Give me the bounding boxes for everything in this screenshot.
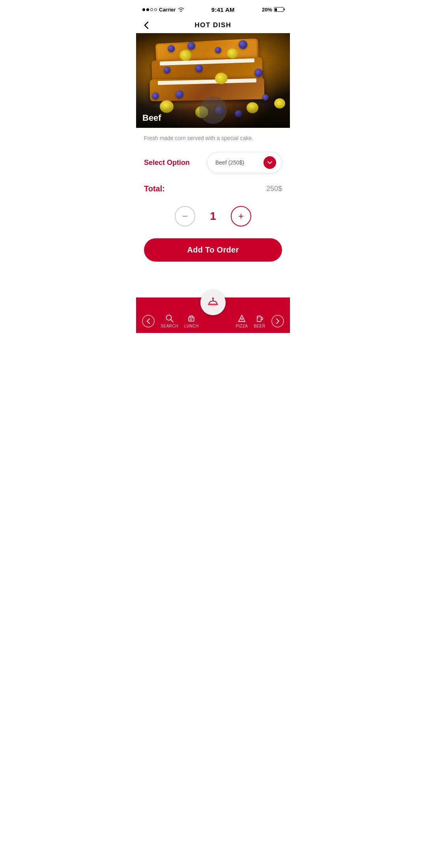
dish-name-overlay: Beef — [142, 113, 161, 123]
status-right: 20% — [262, 7, 284, 13]
decrease-quantity-button[interactable]: − — [175, 206, 195, 226]
svg-line-4 — [171, 320, 173, 322]
blueberry-2 — [187, 42, 195, 50]
pizza-icon — [237, 314, 246, 323]
blueberry-8 — [152, 92, 159, 99]
blueberry-5 — [164, 67, 170, 73]
search-icon — [165, 314, 174, 323]
dropdown-selected-value: Beef (250$) — [215, 159, 259, 166]
nav-next-button[interactable] — [271, 315, 284, 327]
blueberry-9 — [176, 90, 183, 98]
blueberry-4 — [239, 40, 247, 49]
dropdown-chevron-down-icon[interactable] — [263, 156, 276, 169]
svg-point-9 — [240, 317, 241, 318]
add-to-order-button[interactable]: Add To Order — [144, 238, 282, 262]
nav-lunch-label: LUNCH — [184, 324, 199, 328]
nav-items-container: SEARCH LUNCH — [136, 314, 290, 328]
circle-decoration — [199, 96, 227, 124]
blueberry-7 — [254, 69, 263, 77]
svg-rect-5 — [189, 317, 194, 321]
quantity-value: 1 — [207, 210, 219, 223]
lunch-icon — [187, 314, 196, 323]
select-dropdown[interactable]: Beef (250$) — [207, 152, 282, 173]
blueberry-6 — [195, 65, 203, 72]
nav-pizza-label: PIZZA — [236, 324, 248, 328]
battery-percent: 20% — [262, 7, 272, 13]
nav-search-label: SEARCH — [161, 324, 178, 328]
battery-fill — [275, 8, 277, 11]
nav-item-pizza[interactable]: PIZZA — [236, 314, 248, 328]
blueberry-1 — [168, 45, 175, 52]
wifi-icon — [178, 7, 184, 12]
status-left: Carrier — [142, 7, 184, 13]
nav-item-search[interactable]: SEARCH — [161, 314, 178, 328]
signal-dots — [142, 8, 157, 11]
carrier-label: Carrier — [159, 7, 176, 13]
increase-quantity-button[interactable]: + — [231, 206, 251, 226]
back-button[interactable] — [144, 21, 149, 29]
signal-dot-4 — [154, 8, 157, 11]
nav-prev-button[interactable] — [142, 315, 155, 327]
blueberry-10 — [262, 94, 269, 101]
nav-item-beer[interactable]: BEER — [254, 314, 265, 328]
status-time: 9:41 AM — [211, 6, 235, 13]
nav-header: HOT DISH — [136, 17, 290, 33]
svg-point-10 — [243, 317, 243, 318]
signal-dot-1 — [142, 8, 145, 11]
svg-point-2 — [212, 297, 214, 299]
select-option-row: Select Option Beef (250$) — [144, 152, 282, 173]
banana-3 — [215, 73, 228, 84]
total-row: Total: 250$ — [144, 184, 282, 193]
svg-point-8 — [241, 318, 243, 320]
nav-item-lunch[interactable]: LUNCH — [184, 314, 199, 328]
select-option-label: Select Option — [144, 159, 190, 167]
beer-icon — [255, 314, 264, 323]
bottom-navigation: SEARCH LUNCH — [136, 297, 290, 333]
content-area: Fresh made corn served with a special ca… — [136, 128, 290, 268]
banana-1 — [179, 50, 191, 61]
home-button[interactable] — [200, 290, 226, 315]
blueberry-3 — [215, 47, 221, 53]
quantity-row: − 1 + — [144, 206, 282, 226]
battery-bar — [274, 7, 284, 12]
signal-dot-2 — [146, 8, 149, 11]
total-price: 250$ — [266, 185, 282, 193]
dish-description: Fresh made corn served with a special ca… — [144, 134, 282, 142]
page-title: HOT DISH — [194, 21, 231, 29]
home-dish-icon — [207, 297, 219, 308]
hero-image: Beef — [136, 33, 290, 128]
total-label: Total: — [144, 184, 165, 193]
signal-dot-3 — [150, 8, 153, 11]
status-bar: Carrier 9:41 AM 20% — [136, 0, 290, 17]
banana-2 — [227, 48, 238, 58]
svg-rect-11 — [257, 316, 261, 322]
nav-beer-label: BEER — [254, 324, 265, 328]
battery-icon — [274, 7, 284, 12]
